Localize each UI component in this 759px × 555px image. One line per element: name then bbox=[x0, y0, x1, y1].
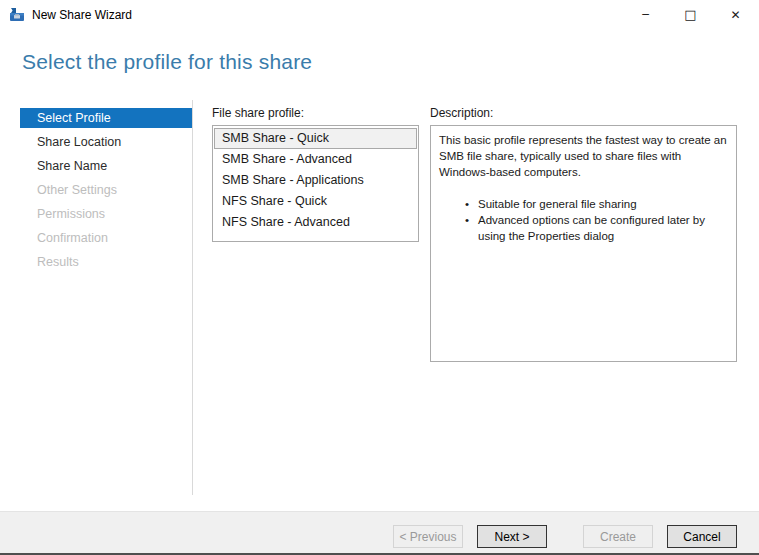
window-controls: ─ □ ✕ bbox=[623, 0, 758, 29]
bullet-icon: • bbox=[465, 212, 478, 244]
maximize-icon[interactable]: □ bbox=[668, 0, 713, 29]
list-item-nfs-advanced[interactable]: NFS Share - Advanced bbox=[214, 212, 417, 233]
step-label: Share Name bbox=[37, 159, 107, 173]
wizard-steps-sidebar: Select Profile Share Location Share Name… bbox=[20, 108, 192, 276]
list-item-nfs-quick[interactable]: NFS Share - Quick bbox=[214, 191, 417, 212]
step-label: Other Settings bbox=[37, 183, 117, 197]
step-label: Share Location bbox=[37, 135, 121, 149]
sidebar-item-permissions: Permissions bbox=[20, 204, 192, 224]
bullet-text: Suitable for general file sharing bbox=[478, 196, 637, 212]
sidebar-item-share-location[interactable]: Share Location bbox=[20, 132, 192, 152]
page-title: Select the profile for this share bbox=[22, 50, 312, 74]
sidebar-item-select-profile[interactable]: Select Profile bbox=[20, 108, 192, 128]
description-text: This basic profile represents the fastes… bbox=[439, 132, 728, 180]
step-label: Select Profile bbox=[37, 111, 111, 125]
step-label: Results bbox=[37, 255, 79, 269]
step-label: Permissions bbox=[37, 207, 105, 221]
wizard-footer: < Previous Next > Create Cancel bbox=[0, 511, 759, 553]
server-manager-toolbox-icon bbox=[9, 7, 25, 23]
description-box: This basic profile represents the fastes… bbox=[430, 125, 737, 362]
bullet-icon: • bbox=[465, 196, 478, 212]
description-label: Description: bbox=[430, 106, 493, 120]
sidebar-item-other-settings: Other Settings bbox=[20, 180, 192, 200]
window-title: New Share Wizard bbox=[32, 8, 132, 22]
sidebar-content-divider bbox=[192, 100, 193, 495]
new-share-wizard-window: New Share Wizard ─ □ ✕ Select the profil… bbox=[0, 0, 759, 555]
bullet-item: • Advanced options can be configured lat… bbox=[465, 212, 728, 244]
previous-button: < Previous bbox=[393, 525, 463, 548]
file-share-profile-listbox: SMB Share - Quick SMB Share - Advanced S… bbox=[212, 125, 419, 242]
create-button: Create bbox=[583, 525, 653, 548]
sidebar-item-confirmation: Confirmation bbox=[20, 228, 192, 248]
close-icon[interactable]: ✕ bbox=[713, 0, 758, 29]
titlebar: New Share Wizard ─ □ ✕ bbox=[0, 0, 759, 29]
list-item-smb-advanced[interactable]: SMB Share - Advanced bbox=[214, 149, 417, 170]
bullet-text: Advanced options can be configured later… bbox=[478, 212, 728, 244]
description-bullet-list: • Suitable for general file sharing • Ad… bbox=[439, 196, 728, 244]
sidebar-item-share-name[interactable]: Share Name bbox=[20, 156, 192, 176]
file-share-profile-label: File share profile: bbox=[212, 106, 304, 120]
list-item-smb-quick[interactable]: SMB Share - Quick bbox=[214, 128, 417, 149]
step-label: Confirmation bbox=[37, 231, 108, 245]
bullet-item: • Suitable for general file sharing bbox=[465, 196, 728, 212]
list-item-smb-applications[interactable]: SMB Share - Applications bbox=[214, 170, 417, 191]
cancel-button[interactable]: Cancel bbox=[667, 525, 737, 548]
sidebar-item-results: Results bbox=[20, 252, 192, 272]
minimize-icon[interactable]: ─ bbox=[623, 0, 668, 29]
next-button[interactable]: Next > bbox=[477, 525, 547, 548]
